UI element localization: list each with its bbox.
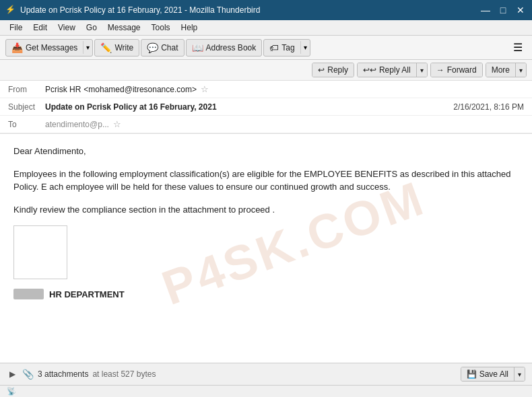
subject-value: Update on Pcrisk Policy at 16 February, … bbox=[45, 102, 217, 112]
save-all-icon: 💾 bbox=[467, 369, 477, 379]
chat-icon: 💬 bbox=[147, 42, 158, 53]
forward-icon: → bbox=[436, 65, 444, 75]
subject-label: Subject bbox=[8, 102, 45, 112]
save-all-dropdown[interactable]: ▾ bbox=[514, 367, 525, 381]
get-messages-dropdown[interactable]: ▾ bbox=[83, 41, 92, 54]
reply-group: ↩ Reply bbox=[312, 63, 354, 77]
menu-message[interactable]: Message bbox=[104, 22, 145, 34]
email-header: From Pcrisk HR <mohamed@itresonance.com>… bbox=[0, 81, 532, 134]
hr-logo bbox=[13, 289, 44, 299]
from-email: <mohamed@itresonance.com> bbox=[84, 85, 197, 94]
forward-group: → Forward bbox=[430, 63, 483, 77]
window-controls: — □ ✕ bbox=[479, 4, 527, 16]
minimize-button[interactable]: — bbox=[479, 4, 492, 16]
toolbar: 📥 Get Messages ▾ ✏️ Write 💬 Chat 📖 Addre… bbox=[0, 36, 532, 60]
reply-all-dropdown[interactable]: ▾ bbox=[417, 63, 427, 77]
menu-bar: File Edit View Go Message Tools Help bbox=[0, 20, 532, 36]
menu-tools[interactable]: Tools bbox=[147, 22, 174, 34]
subject-row: Subject Update on Pcrisk Policy at 16 Fe… bbox=[0, 98, 532, 116]
status-bar: 📡 bbox=[0, 385, 532, 397]
save-all-button[interactable]: 💾 Save All bbox=[461, 367, 514, 381]
close-button[interactable]: ✕ bbox=[514, 4, 527, 16]
paperclip-icon: 📎 bbox=[22, 369, 34, 380]
reply-all-group: ↩↩ Reply All ▾ bbox=[357, 63, 428, 77]
app-icon: ⚡ bbox=[5, 5, 16, 15]
from-name: Pcrisk HR bbox=[45, 85, 81, 94]
maximize-button[interactable]: □ bbox=[497, 4, 509, 16]
get-messages-icon: 📥 bbox=[11, 42, 23, 53]
email-body: P4SK.COM Dear Atendimento, Employees in … bbox=[0, 134, 532, 363]
to-row: To atendimento@p... ☆ bbox=[0, 116, 532, 133]
reply-icon: ↩ bbox=[318, 65, 325, 75]
reply-button[interactable]: ↩ Reply bbox=[312, 63, 354, 77]
attachment-preview bbox=[13, 225, 67, 279]
hr-signature: HR DEPARTMENT bbox=[13, 289, 519, 299]
more-button[interactable]: More bbox=[486, 63, 516, 77]
email-actions-bar: ↩ Reply ↩↩ Reply All ▾ → Forward More ▾ bbox=[0, 60, 532, 81]
tag-dropdown[interactable]: ▾ bbox=[300, 41, 310, 54]
email-date: 2/16/2021, 8:16 PM bbox=[453, 102, 524, 112]
menu-view[interactable]: View bbox=[54, 22, 79, 34]
email-content: Dear Atendimento, Employees in the follo… bbox=[13, 145, 519, 299]
write-icon: ✏️ bbox=[100, 42, 112, 53]
from-row: From Pcrisk HR <mohamed@itresonance.com>… bbox=[0, 81, 532, 98]
address-book-button[interactable]: 📖 Address Book bbox=[186, 39, 263, 57]
attachment-size: at least 527 bytes bbox=[92, 369, 156, 379]
window-title: Update on Pcrisk Policy at 16 February, … bbox=[20, 5, 475, 15]
expand-attachments-button[interactable]: ▶ bbox=[7, 368, 18, 380]
to-value: atendimento@p... bbox=[45, 120, 109, 129]
attachments-bar: ▶ 📎 3 attachments at least 527 bytes 💾 S… bbox=[0, 363, 532, 385]
forward-button[interactable]: → Forward bbox=[431, 63, 482, 77]
greeting: Dear Atendimento, bbox=[13, 145, 519, 158]
reply-all-icon: ↩↩ bbox=[363, 65, 376, 75]
to-star-icon[interactable]: ☆ bbox=[113, 119, 121, 129]
status-icon: 📡 bbox=[7, 387, 16, 396]
hamburger-menu-icon[interactable]: ☰ bbox=[509, 38, 527, 57]
chat-button[interactable]: 💬 Chat bbox=[141, 39, 184, 57]
write-button[interactable]: ✏️ Write bbox=[94, 39, 139, 57]
tag-icon: 🏷 bbox=[269, 42, 279, 53]
menu-edit[interactable]: Edit bbox=[29, 22, 51, 34]
menu-file[interactable]: File bbox=[5, 22, 26, 34]
from-star-icon[interactable]: ☆ bbox=[201, 84, 209, 94]
address-book-icon: 📖 bbox=[192, 42, 203, 53]
more-group: More ▾ bbox=[486, 63, 527, 77]
from-label: From bbox=[8, 85, 45, 94]
attachment-count: 3 attachments bbox=[38, 369, 88, 379]
reply-all-button[interactable]: ↩↩ Reply All bbox=[358, 63, 417, 77]
menu-help[interactable]: Help bbox=[177, 22, 202, 34]
menu-go[interactable]: Go bbox=[82, 22, 101, 34]
title-bar: ⚡ Update on Pcrisk Policy at 16 February… bbox=[0, 0, 532, 20]
more-dropdown[interactable]: ▾ bbox=[516, 63, 526, 77]
get-messages-button[interactable]: 📥 Get Messages bbox=[6, 40, 83, 56]
body-paragraph-1: Employees in the following employment cl… bbox=[13, 168, 519, 194]
to-label: To bbox=[8, 120, 45, 129]
hr-dept-label: HR DEPARTMENT bbox=[49, 289, 125, 299]
body-paragraph-2: Kindly review the compliance section in … bbox=[13, 203, 519, 217]
tag-button[interactable]: 🏷 Tag bbox=[264, 40, 300, 56]
